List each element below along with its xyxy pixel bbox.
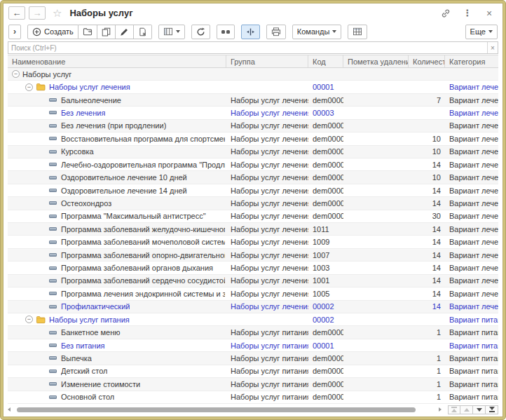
column-header-code[interactable]: Код: [308, 55, 343, 67]
tree-row-item[interactable]: БальнеолечениеНаборы услуг леченияdem000…: [8, 94, 498, 107]
cell-del: [343, 184, 409, 196]
scroll-right-icon[interactable]: [439, 407, 442, 412]
column-header-group[interactable]: Группа: [226, 55, 308, 67]
cell-code: 00001: [308, 81, 343, 93]
cell-category: Вариант лечения: [445, 133, 498, 144]
print-button[interactable]: [266, 25, 286, 39]
cell-group: Наборы услуг лечения: [226, 120, 308, 132]
tree-row-group[interactable]: −Наборы услуг лечения00001Вариант лечени…: [8, 81, 498, 93]
cell-category: Вариант лечения: [445, 223, 498, 235]
create-button[interactable]: Создать: [27, 25, 78, 39]
item-icon: [49, 111, 57, 114]
cell-code: [308, 68, 343, 80]
tree-collapse-icon[interactable]: −: [25, 83, 33, 91]
tree-row-item[interactable]: Оздоровительное лечение 14 днейНаборы ус…: [8, 184, 498, 197]
create-group-button[interactable]: [78, 25, 97, 39]
cell-code: 00001: [308, 339, 343, 351]
item-name-label: Программа заболеваний мочеполовой систем…: [61, 238, 225, 246]
cell-group: Наборы услуг лечения: [226, 262, 308, 273]
column-header-qty[interactable]: Количество: [409, 55, 445, 67]
more-button-label: Еще: [470, 27, 486, 36]
set-interval-button[interactable]: [217, 25, 235, 39]
commands-button[interactable]: Команды: [292, 25, 342, 39]
pencil-icon: [120, 27, 129, 36]
tree-row-item[interactable]: Детский столНаборы услуг питанияdem00000…: [8, 365, 498, 378]
scroll-down-button[interactable]: [473, 405, 486, 414]
tree-collapse-icon[interactable]: −: [25, 316, 33, 323]
tree-row-item[interactable]: Программа лечения эндокринной системы и …: [8, 287, 498, 300]
get-link-icon[interactable]: [439, 7, 452, 20]
tree-row-item[interactable]: Основной столНаборы услуг питанияdem0000…: [8, 391, 498, 404]
horizontal-scrollbar-thumb[interactable]: [17, 407, 416, 412]
back-button[interactable]: ←: [8, 6, 25, 20]
cell-qty: 1: [409, 378, 445, 390]
tree-row-item[interactable]: Банкетное менюНаборы услуг питанияdem000…: [8, 326, 498, 339]
forward-button[interactable]: →: [29, 6, 46, 20]
back-icon: ←: [13, 8, 22, 18]
cell-del: [343, 378, 409, 390]
cell-category: Вариант лечения: [445, 158, 498, 170]
tree-row-item[interactable]: Без питанияНаборы услуг питания00001Вари…: [8, 339, 498, 352]
refresh-button[interactable]: [191, 25, 210, 39]
tree-row-item[interactable]: ПрофилактическийНаборы услуг лечения0000…: [8, 301, 498, 313]
search-input[interactable]: [8, 42, 487, 53]
horizontal-scrollbar-track[interactable]: [13, 407, 437, 413]
item-icon: [49, 137, 57, 140]
tree-row-item[interactable]: Программа "Максимальный антистресс"Набор…: [8, 210, 498, 223]
scroll-left-icon[interactable]: [8, 407, 11, 412]
tree-row-item[interactable]: Восстановительная программа для спортсме…: [8, 133, 498, 145]
column-header-del[interactable]: Пометка удаления: [343, 55, 409, 67]
tree-collapse-icon[interactable]: −: [12, 70, 20, 78]
edit-button[interactable]: [116, 25, 134, 39]
scroll-to-top-button[interactable]: [448, 405, 460, 414]
cell-category: Вариант лечения: [445, 249, 498, 261]
expand-panel-button[interactable]: ›: [8, 25, 21, 39]
cell-name: Без питания: [8, 339, 226, 351]
cell-del: [343, 313, 409, 325]
scroll-up-button[interactable]: [460, 405, 473, 414]
scroll-to-bottom-button[interactable]: [486, 405, 498, 414]
close-icon[interactable]: ×: [483, 7, 495, 20]
item-name-label: Банкетное меню: [61, 328, 121, 337]
more-button[interactable]: Еще: [465, 25, 498, 39]
tree-row-item[interactable]: Лечебно-оздоровительная программа "Продл…: [8, 158, 498, 171]
tree-row-item[interactable]: Программа заболеваний опорно-двигательно…: [8, 249, 498, 262]
tree-row-item[interactable]: Программа заболеваний желудочно-кишечног…: [8, 223, 498, 236]
tree-row-item[interactable]: Программа заболеваний мочеполовой систем…: [8, 236, 498, 248]
folder-plus-icon: [83, 27, 93, 36]
tree-row-item[interactable]: КурсовкаНаборы услуг леченияdem00000610В…: [8, 146, 498, 158]
item-name-label: Программа заболеваний опорно-двигательно…: [61, 251, 225, 259]
tree-row-item[interactable]: ВыпечкаНаборы услуг питанияdem0000101Вар…: [8, 352, 498, 365]
bottom-scrollbar: [8, 404, 498, 415]
column-header-category[interactable]: Категория: [445, 55, 498, 67]
cell-code: dem000001: [308, 210, 343, 222]
cell-name: Профилактический: [8, 301, 226, 313]
delete-mark-button[interactable]: [134, 25, 152, 39]
cell-name: Основной стол: [8, 391, 226, 403]
page-title: Наборы услуг: [69, 8, 132, 18]
item-icon: [49, 201, 57, 205]
tree-row-item[interactable]: Без лечения (при продлении)Наборы услуг …: [8, 120, 498, 133]
window-menu-icon[interactable]: ⋮: [461, 7, 474, 20]
favorite-star-icon[interactable]: ☆: [53, 8, 62, 18]
tree-row-item[interactable]: Изменение стоимостиНаборы услуг питанияd…: [8, 378, 498, 391]
cell-qty: [409, 339, 445, 351]
list-form: ← → ☆ Наборы услуг ⋮ × ›: [3, 3, 503, 417]
tree-row-group[interactable]: −Наборы услуг питания00002Вариант питани…: [8, 313, 498, 326]
move-item-button[interactable]: [241, 25, 260, 39]
copy-button[interactable]: [97, 25, 116, 39]
tree-row-item[interactable]: Программа заболеваний органов дыханияНаб…: [8, 262, 498, 274]
cell-qty: 14: [409, 301, 445, 313]
view-mode-button[interactable]: [158, 25, 185, 39]
search-clear-icon[interactable]: ×: [487, 42, 498, 53]
tree-row-item[interactable]: Оздоровительное лечение 10 днейНаборы ус…: [8, 171, 498, 184]
tree-row-root[interactable]: −Наборы услуг: [8, 68, 498, 81]
tree-row-item[interactable]: Без леченияНаборы услуг лечения00003Вари…: [8, 107, 498, 119]
tree-row-item[interactable]: ОстеохондрозНаборы услуг леченияdem00000…: [8, 197, 498, 210]
column-header-name[interactable]: Наименование: [8, 55, 226, 67]
commands-button-label: Команды: [297, 27, 330, 36]
form-settings-button[interactable]: [348, 25, 367, 39]
cell-category: Вариант питания: [445, 378, 498, 390]
tree-row-item[interactable]: Программа заболеваний сердечно сосудисто…: [8, 275, 498, 287]
cell-code: 1009: [308, 236, 343, 248]
